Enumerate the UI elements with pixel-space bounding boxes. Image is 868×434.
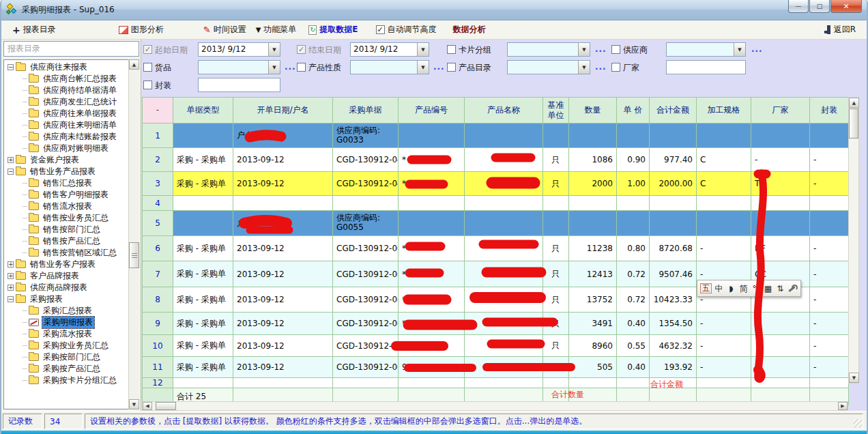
- report-search-input[interactable]: 报表目录: [3, 41, 139, 57]
- cell-price[interactable]: 0.40: [617, 357, 650, 378]
- row-number[interactable]: 11: [143, 357, 173, 378]
- tree-item-label[interactable]: 采购明细报表: [42, 316, 95, 329]
- horizontal-scrollbar-thumb[interactable]: [156, 402, 176, 410]
- cell-doc-type[interactable]: 采购 - 采购单: [173, 261, 233, 287]
- column-header[interactable]: 基准单位: [543, 98, 569, 124]
- row-number[interactable]: 1: [143, 124, 173, 148]
- column-header[interactable]: 开单日期/户名: [233, 98, 333, 124]
- cell-doc-no[interactable]: CGD-130912-06: [333, 261, 399, 287]
- cell-doc-no[interactable]: CGD-130912-06: [333, 335, 399, 357]
- column-header[interactable]: 采购单据: [333, 98, 399, 124]
- tree-item[interactable]: 采购按卡片分组汇总: [4, 375, 139, 386]
- tree-item[interactable]: 采购按产品汇总: [4, 363, 139, 375]
- cell-doc-no[interactable]: CGD-130912-06: [333, 357, 399, 378]
- cell-product-name[interactable]: [465, 335, 543, 357]
- cell-price[interactable]: 0.90: [617, 148, 650, 172]
- dropdown-arrow-icon[interactable]: ▼: [268, 61, 280, 74]
- tree-item[interactable]: 供应商未结账龄报表: [4, 131, 139, 143]
- dropdown-arrow-icon[interactable]: ▼: [417, 61, 429, 74]
- cell-maker[interactable]: -: [751, 148, 810, 172]
- table-row-empty[interactable]: 4: [143, 196, 849, 211]
- tree-scrollbar[interactable]: ▲ ▼: [128, 59, 139, 409]
- row-number[interactable]: 12: [143, 378, 173, 388]
- extract-data-button[interactable]: ↻ 提取数据E: [308, 24, 358, 35]
- ime-chinese-mode-icon[interactable]: 中: [714, 285, 724, 293]
- resize-grip[interactable]: [853, 419, 862, 428]
- cell-customer-name[interactable]: 户名: [233, 211, 333, 236]
- cell-product-code[interactable]: *: [399, 172, 465, 196]
- cell-qty[interactable]: 11238: [569, 236, 617, 261]
- ime-wubi-icon[interactable]: 五: [700, 283, 712, 293]
- cell-date[interactable]: 2013-09-12: [233, 172, 333, 196]
- cell-product-name[interactable]: [465, 148, 543, 172]
- cell-maker[interactable]: S: [751, 357, 810, 378]
- product-catalog-more-button[interactable]: ...: [595, 62, 607, 72]
- table-row[interactable]: 11 采购 - 采购单 2013-09-12 CGD-130912-06 9 只…: [143, 357, 849, 378]
- cell-spec[interactable]: -: [697, 357, 751, 378]
- tree-item[interactable]: 供应商对账明细表: [4, 143, 139, 154]
- product-nature-more-button[interactable]: ...: [433, 62, 445, 72]
- cell-date[interactable]: 2013-09-12: [233, 261, 333, 287]
- graph-analysis-button[interactable]: 图形分析: [119, 24, 164, 35]
- cell-date[interactable]: 2013-09-12: [233, 236, 333, 261]
- cell[interactable]: [173, 124, 233, 148]
- row-number[interactable]: 9: [143, 313, 173, 335]
- horizontal-scrollbar[interactable]: ◀ ▶: [142, 401, 848, 411]
- tree-expander-icon[interactable]: +: [8, 285, 14, 291]
- tree-item[interactable]: 采购按业务员汇总: [4, 340, 139, 351]
- table-row-group[interactable]: 1 户名: 供应商编码: G0033: [143, 124, 849, 148]
- tree-item[interactable]: − 采购报表: [4, 293, 139, 305]
- ime-fullhalf-moon-icon[interactable]: ◗: [726, 285, 736, 293]
- cell-amount[interactable]: 193.92: [650, 357, 697, 378]
- cell-supplier-code[interactable]: 供应商编码: G0033: [333, 124, 399, 148]
- cell-price[interactable]: 0.80: [617, 236, 650, 261]
- cell-product-code[interactable]: *: [399, 261, 465, 287]
- package-input[interactable]: [198, 78, 280, 92]
- cell-product-code[interactable]: *: [399, 148, 465, 172]
- column-header[interactable]: 封装: [810, 98, 849, 124]
- dropdown-arrow-icon[interactable]: ▼: [268, 43, 280, 56]
- tree-item-label[interactable]: 销售流水报表: [42, 201, 93, 212]
- tree-item-label[interactable]: 供应商待结单据清单: [42, 85, 118, 96]
- tree-expander-icon[interactable]: +: [8, 273, 14, 279]
- cell-pack[interactable]: -: [810, 236, 849, 261]
- scroll-right-icon[interactable]: ▶: [838, 402, 848, 410]
- cell-qty[interactable]: 8960: [569, 335, 617, 357]
- cell-unit[interactable]: 只: [543, 261, 569, 287]
- cell-spec[interactable]: -: [697, 313, 751, 335]
- tree-item[interactable]: 销售客户明细报表: [4, 189, 139, 201]
- tree-expander-icon[interactable]: −: [8, 64, 14, 70]
- cell-pack[interactable]: -: [810, 172, 849, 196]
- cell-amount[interactable]: 8720.68: [650, 236, 697, 261]
- tree-item-label[interactable]: 供应商对账明细表: [42, 143, 110, 154]
- cell-maker[interactable]: [751, 335, 810, 357]
- cell-pack[interactable]: -: [810, 313, 849, 335]
- tree-item[interactable]: − 供应商往来报表: [4, 61, 139, 73]
- tree-item-label[interactable]: 销售汇总报表: [42, 177, 93, 189]
- tree-item-label[interactable]: 供应商往来报表: [29, 61, 89, 73]
- tree-item[interactable]: 销售汇总报表: [4, 177, 139, 189]
- cell-unit[interactable]: 只: [543, 335, 569, 357]
- tree-expander-icon[interactable]: −: [8, 169, 14, 175]
- tree-item-label[interactable]: 采购按产品汇总: [42, 363, 102, 375]
- scroll-down-icon[interactable]: ▼: [129, 399, 139, 409]
- scroll-left-icon[interactable]: ◀: [143, 402, 152, 410]
- cell-maker[interactable]: NF: [751, 236, 810, 261]
- column-header[interactable]: 产品名称: [465, 98, 543, 124]
- cell-pack[interactable]: -: [810, 335, 849, 357]
- tree-item[interactable]: − 销售业务产品报表: [4, 166, 139, 177]
- tree-item[interactable]: 采购明细报表: [4, 317, 139, 328]
- tree-item-label[interactable]: 销售按产品汇总: [42, 235, 102, 247]
- row-number[interactable]: 3: [143, 172, 173, 196]
- tree-item-label[interactable]: 供应商往来单据报表: [42, 108, 118, 119]
- cell-qty[interactable]: 1086: [569, 148, 617, 172]
- cell-price[interactable]: 0.72: [617, 261, 650, 287]
- product-catalog-checkbox[interactable]: [447, 63, 456, 72]
- product-nature-checkbox[interactable]: [297, 63, 306, 72]
- cell-price[interactable]: 1.00: [617, 172, 650, 196]
- tree-item-label[interactable]: 销售业务客户报表: [29, 259, 97, 270]
- column-header[interactable]: 数量: [569, 98, 617, 124]
- cell-price[interactable]: 0.40: [617, 313, 650, 335]
- dropdown-arrow-icon[interactable]: ▼: [578, 61, 590, 74]
- end-date-select[interactable]: 2013/ 9/12▼: [350, 42, 429, 57]
